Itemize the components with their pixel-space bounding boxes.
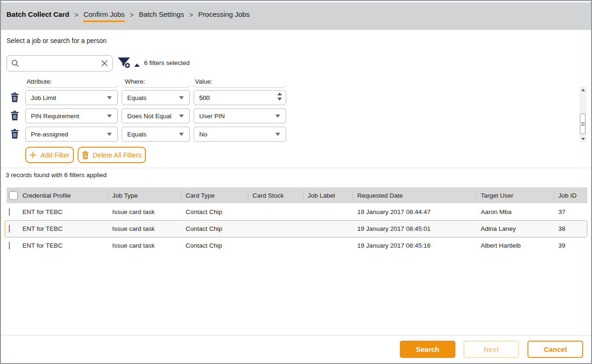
attribute-dropdown[interactable]: Job Limit: [25, 90, 118, 105]
cell-card-type: Contact Chip: [181, 208, 248, 215]
section-divider: [1, 168, 591, 168]
cell-job-id: 37: [554, 208, 587, 215]
cell-target-user: Albert Hartleib: [476, 242, 554, 249]
where-dropdown[interactable]: Does Not Equal: [122, 108, 190, 123]
delete-all-filters-button[interactable]: Delete All Filters: [78, 147, 146, 163]
value-dropdown[interactable]: User PIN: [194, 108, 286, 123]
chevron-down-icon: [179, 96, 184, 100]
delete-filter-icon[interactable]: [11, 129, 19, 140]
clipped-filter-row-edge: [194, 85, 286, 88]
filters-selected-summary: 6 filters selected: [144, 59, 190, 66]
plus-icon: [29, 151, 36, 158]
funnel-plus-icon: [117, 57, 133, 71]
cell-credential-profile: ENT for TEBC: [22, 225, 108, 232]
row-checkbox[interactable]: [9, 208, 10, 216]
filter-row: Job Limit Equals: [1, 90, 300, 105]
row-checkbox[interactable]: [9, 242, 10, 250]
where-dropdown[interactable]: Equals: [122, 127, 190, 142]
delete-all-filters-label: Delete All Filters: [93, 151, 142, 159]
table-row[interactable]: ENT for TEBC Issue card task Contact Chi…: [7, 237, 587, 254]
where-dropdown-value: Does Not Equal: [127, 113, 179, 120]
chevron-down-icon: [179, 133, 184, 136]
column-header-target-user: Target User: [476, 187, 554, 203]
scroll-up-icon[interactable]: [579, 86, 586, 93]
attribute-dropdown[interactable]: Pre-assigned: [25, 127, 118, 142]
trash-icon: [82, 151, 89, 159]
next-button[interactable]: Next: [463, 341, 519, 358]
row-checkbox[interactable]: [9, 225, 10, 233]
column-header-card-stock: Card Stock: [248, 187, 303, 203]
clipped-filter-row-edge: [122, 85, 190, 88]
select-all-checkbox[interactable]: [9, 191, 18, 200]
chevron-down-icon: [107, 133, 112, 136]
cell-requested-date: 19 January 2017 08:45:01: [353, 225, 476, 232]
column-header-card-type: Card Type: [181, 187, 248, 203]
scrollbar-thumb[interactable]: [580, 114, 585, 134]
value-dropdown-value: User PIN: [199, 113, 275, 120]
person-search-box: [7, 55, 113, 71]
attribute-dropdown-value: Pre-assigned: [31, 131, 107, 138]
where-dropdown-value: Equals: [127, 94, 179, 101]
where-column-label: Where:: [125, 78, 145, 85]
jobs-table-header: Credential Profile Job Type Card Type Ca…: [7, 187, 587, 203]
column-header-job-id: Job ID: [554, 187, 587, 203]
value-dropdown-value: No: [199, 131, 275, 138]
breadcrumb-item-processing-jobs[interactable]: Processing Jobs: [198, 10, 250, 22]
where-dropdown[interactable]: Equals: [122, 90, 190, 105]
value-number-field[interactable]: [194, 90, 286, 105]
attribute-dropdown[interactable]: PIN Requirement: [25, 108, 118, 123]
column-header-job-type: Job Type: [108, 187, 181, 203]
cell-job-id: 38: [554, 225, 587, 232]
filter-row: PIN Requirement Does Not Equal User PIN: [1, 108, 300, 123]
breadcrumb-item-batch-collect-card[interactable]: Batch Collect Card: [7, 10, 69, 22]
scroll-down-icon[interactable]: [579, 136, 586, 143]
spinner-down-icon[interactable]: [277, 98, 282, 100]
chevron-down-icon: [107, 114, 112, 118]
chevron-right-icon: >: [130, 11, 134, 21]
cell-card-type: Contact Chip: [181, 225, 248, 232]
search-input[interactable]: [22, 60, 101, 67]
chevron-down-icon: [275, 114, 280, 118]
chevron-down-icon: [179, 114, 184, 118]
footer-divider: [1, 335, 591, 335]
cell-credential-profile: ENT for TEBC: [22, 208, 108, 215]
add-filter-button[interactable]: Add Filter: [25, 147, 74, 163]
attribute-dropdown-value: PIN Requirement: [31, 113, 107, 120]
column-header-job-label: Job Label: [303, 187, 353, 203]
page-subtitle: Select a job or search for a person: [7, 37, 107, 44]
chevron-right-icon: >: [74, 11, 78, 21]
value-column-label: Value:: [195, 78, 212, 85]
cancel-button[interactable]: Cancel: [527, 341, 583, 358]
cell-requested-date: 19 January 2017 08:45:16: [353, 242, 476, 249]
cell-job-type: Issue card task: [108, 225, 181, 232]
search-icon: [11, 59, 19, 67]
chevron-down-icon: [275, 133, 280, 136]
breadcrumb: Batch Collect Card > Confirm Jobs > Batc…: [1, 2, 591, 30]
chevron-down-icon: [107, 96, 112, 100]
cell-job-id: 39: [554, 242, 587, 249]
breadcrumb-item-confirm-jobs[interactable]: Confirm Jobs: [83, 10, 124, 22]
delete-filter-icon[interactable]: [11, 111, 19, 122]
cell-job-type: Issue card task: [108, 208, 181, 215]
table-row-selected[interactable]: ENT for TEBC Issue card task Contact Chi…: [7, 220, 587, 237]
value-dropdown[interactable]: No: [194, 127, 286, 142]
filter-list-scrollbar[interactable]: [579, 86, 586, 143]
delete-filter-icon[interactable]: [11, 93, 19, 104]
filter-panel-toggle[interactable]: [117, 57, 140, 71]
column-header-credential-profile: Credential Profile: [22, 187, 108, 203]
search-button[interactable]: Search: [400, 341, 455, 358]
attribute-column-label: Attribute:: [27, 78, 52, 85]
cell-credential-profile: ENT for TEBC: [22, 242, 108, 249]
table-row[interactable]: ENT for TEBC Issue card task Contact Chi…: [7, 203, 587, 220]
spinner-up-icon[interactable]: [277, 93, 282, 95]
collapse-filters-icon[interactable]: [134, 64, 140, 67]
clear-search-icon[interactable]: [101, 60, 108, 67]
filter-row: Pre-assigned Equals No: [1, 127, 300, 142]
batch-collect-card-window: Batch Collect Card > Confirm Jobs > Batc…: [0, 0, 592, 364]
number-spinner: [277, 93, 282, 100]
breadcrumb-item-batch-settings[interactable]: Batch Settings: [139, 10, 184, 22]
add-filter-label: Add Filter: [40, 151, 69, 159]
cell-target-user: Aaron Mba: [476, 208, 554, 215]
cell-card-type: Contact Chip: [181, 242, 248, 249]
value-input[interactable]: [199, 94, 260, 101]
